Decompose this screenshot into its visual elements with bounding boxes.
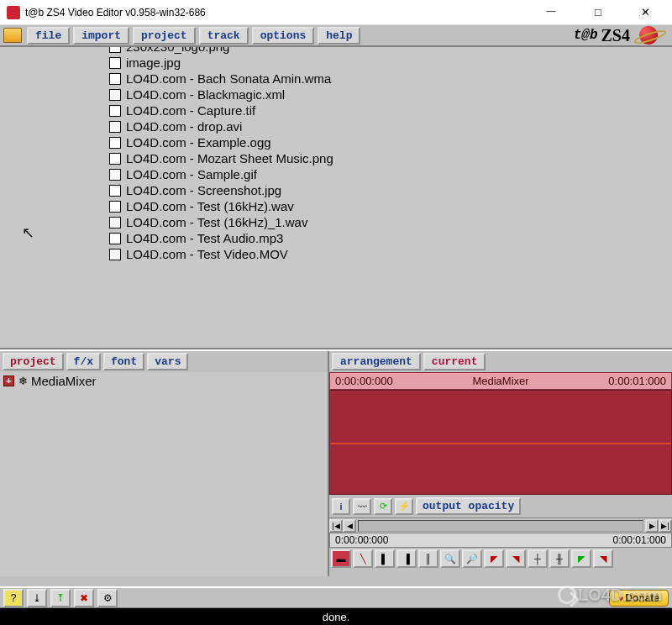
file-row[interactable]: LO4D.com - Bach Sonata Amin.wma bbox=[0, 71, 672, 87]
nav-prev-icon[interactable]: ◀ bbox=[343, 519, 356, 533]
file-row[interactable]: LO4D.com - drop.avi bbox=[0, 118, 672, 134]
checkbox-icon[interactable] bbox=[109, 47, 121, 53]
expand-icon[interactable]: + bbox=[3, 376, 14, 386]
cut-diag-icon[interactable]: ╲ bbox=[353, 549, 373, 568]
export-icon[interactable]: ⤒ bbox=[50, 589, 71, 607]
nav-scrollbar[interactable] bbox=[358, 520, 643, 532]
file-row[interactable]: LO4D.com - Blackmagic.xml bbox=[0, 87, 672, 102]
nav-last-icon[interactable]: ▶| bbox=[659, 519, 672, 533]
file-name: LO4D.com - Test (16kHz).wav bbox=[126, 199, 294, 213]
mediamixer-node[interactable]: + ❄ MediaMixer bbox=[3, 374, 324, 388]
import-icon[interactable]: ⤓ bbox=[27, 589, 47, 607]
donate-button[interactable]: ♥Donate bbox=[609, 590, 669, 607]
checkbox-icon[interactable] bbox=[109, 217, 121, 228]
flag-left-icon[interactable]: ◤ bbox=[484, 549, 504, 568]
flag-right-icon[interactable]: ◥ bbox=[506, 549, 526, 568]
time-end: 0:00:01:000 bbox=[608, 375, 666, 387]
flag-red-icon[interactable]: ◥ bbox=[593, 549, 613, 568]
middle-split: project f/x font vars + ❄ MediaMixer arr… bbox=[0, 349, 672, 576]
checkbox-icon[interactable] bbox=[109, 137, 121, 149]
file-name: LO4D.com - Capture.tif bbox=[126, 103, 255, 118]
bottom-toolbar: ? ⤓ ⤒ ✖ ⚙ ♥Donate bbox=[0, 586, 672, 608]
waveform-icon[interactable]: 〰 bbox=[353, 498, 371, 515]
close-button[interactable] bbox=[628, 3, 662, 22]
window-title: t@b ZS4 Video Editor v0.958-win32-686 bbox=[25, 7, 534, 18]
checkbox-icon[interactable] bbox=[109, 57, 121, 69]
flash-icon[interactable]: ⚡ bbox=[395, 498, 413, 515]
file-name: LO4D.com - Screenshot.jpg bbox=[126, 183, 281, 197]
output-opacity-button[interactable]: output opacity bbox=[416, 497, 521, 515]
checkbox-icon[interactable] bbox=[109, 233, 121, 244]
tab-fx[interactable]: f/x bbox=[66, 353, 101, 370]
file-row[interactable]: LO4D.com - Capture.tif bbox=[0, 102, 672, 118]
help-icon[interactable]: ? bbox=[3, 589, 24, 607]
checkbox-icon[interactable] bbox=[109, 249, 121, 260]
time-ruler: 0:00:00:000 0:00:01:000 bbox=[329, 533, 672, 548]
file-name: LO4D.com - Example.ogg bbox=[126, 135, 271, 150]
file-name: LO4D.com - Test (16kHz)_1.wav bbox=[126, 215, 307, 229]
nav-first-icon[interactable]: |◀ bbox=[329, 519, 343, 533]
checkbox-icon[interactable] bbox=[109, 201, 121, 213]
settings-icon[interactable]: ⚙ bbox=[97, 589, 118, 607]
tab-current[interactable]: current bbox=[423, 353, 486, 370]
checkbox-icon[interactable] bbox=[109, 89, 121, 101]
menu-options[interactable]: options bbox=[252, 27, 315, 45]
tab-arrangement[interactable]: arrangement bbox=[332, 353, 421, 370]
snap-icon[interactable]: ╫ bbox=[549, 549, 570, 568]
file-row[interactable]: LO4D.com - Example.ogg bbox=[0, 134, 672, 150]
file-row[interactable]: LO4D.com - Mozart Sheet Music.png bbox=[0, 150, 672, 166]
center-icon[interactable]: ┼ bbox=[528, 549, 548, 568]
checkbox-icon[interactable] bbox=[109, 73, 121, 85]
ruler-end: 0:00:01:000 bbox=[613, 534, 666, 546]
file-row[interactable]: LO4D.com - Sample.gif bbox=[0, 166, 672, 182]
snowflake-icon: ❄ bbox=[17, 376, 29, 387]
file-name: LO4D.com - Blackmagic.xml bbox=[126, 87, 285, 102]
flag-green-icon[interactable]: ◤ bbox=[571, 549, 591, 568]
file-name: LO4D.com - Test Audio.mp3 bbox=[126, 231, 283, 245]
file-row[interactable]: LO4D.com - Screenshot.jpg bbox=[0, 182, 672, 198]
checkbox-icon[interactable] bbox=[109, 105, 121, 117]
saturn-icon bbox=[633, 26, 664, 45]
menu-help[interactable]: help bbox=[318, 27, 360, 45]
file-row[interactable]: LO4D.com - Test Audio.mp3 bbox=[0, 230, 672, 246]
tab-project[interactable]: project bbox=[3, 353, 64, 370]
cancel-icon[interactable]: ✖ bbox=[74, 589, 94, 607]
record-icon[interactable]: ▬ bbox=[331, 549, 351, 568]
tab-font[interactable]: font bbox=[103, 353, 144, 370]
file-name: LO4D.com - drop.avi bbox=[126, 119, 242, 134]
window-titlebar: t@b ZS4 Video Editor v0.958-win32-686 bbox=[0, 0, 672, 25]
file-row[interactable]: LO4D.com - Test (16kHz).wav bbox=[0, 198, 672, 214]
mark-out-icon[interactable]: ▐ bbox=[396, 549, 417, 568]
tab-vars[interactable]: vars bbox=[147, 353, 188, 370]
menu-project[interactable]: project bbox=[133, 27, 196, 45]
checkbox-icon[interactable] bbox=[109, 121, 121, 133]
loop-icon[interactable]: ⟳ bbox=[374, 498, 392, 515]
nav-next-icon[interactable]: ▶ bbox=[645, 519, 659, 533]
maximize-button[interactable] bbox=[581, 3, 615, 22]
file-row[interactable]: image.jpg bbox=[0, 55, 672, 71]
app-icon bbox=[7, 6, 20, 19]
status-bar: done. bbox=[0, 608, 672, 625]
zoom-in-icon[interactable]: 🔍 bbox=[440, 549, 460, 568]
zoom-out-icon[interactable]: 🔎 bbox=[462, 549, 482, 568]
menu-import[interactable]: import bbox=[73, 27, 129, 45]
file-row[interactable]: LO4D.com - Test (16kHz)_1.wav bbox=[0, 214, 672, 230]
menu-file[interactable]: file bbox=[27, 27, 70, 45]
menu-bar: file import project track options help t… bbox=[0, 25, 672, 47]
brand-zs4: ZS4 bbox=[601, 26, 630, 45]
split-icon[interactable]: ║ bbox=[418, 549, 438, 568]
menu-track[interactable]: track bbox=[199, 27, 249, 45]
checkbox-icon[interactable] bbox=[109, 153, 121, 165]
property-row: i 〰 ⟳ ⚡ output opacity bbox=[329, 495, 672, 517]
checkbox-icon[interactable] bbox=[109, 185, 121, 197]
file-row[interactable]: 230x230_logo.png bbox=[0, 47, 672, 55]
timeline-track[interactable] bbox=[329, 390, 672, 495]
file-row[interactable]: LO4D.com - Test Video.MOV bbox=[0, 246, 672, 262]
info-icon[interactable]: i bbox=[332, 498, 350, 515]
timeline-track-label: MediaMixer bbox=[472, 375, 528, 387]
minimize-button[interactable] bbox=[534, 3, 568, 22]
mark-in-icon[interactable]: ▌ bbox=[375, 549, 395, 568]
folder-icon[interactable] bbox=[3, 28, 22, 43]
file-list: 230x230_logo.png image.jpg LO4D.com - Ba… bbox=[0, 47, 672, 349]
checkbox-icon[interactable] bbox=[109, 169, 121, 181]
